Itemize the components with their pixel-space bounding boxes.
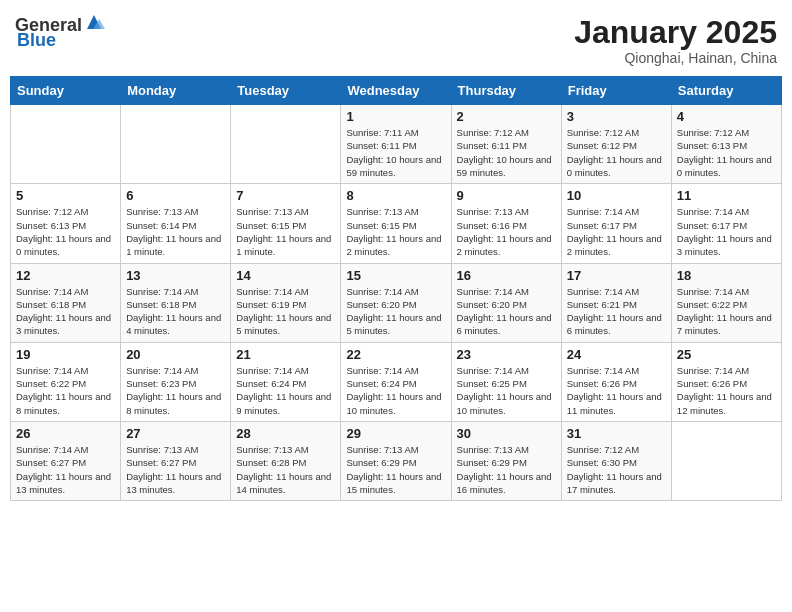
calendar-cell: 16Sunrise: 7:14 AM Sunset: 6:20 PM Dayli… <box>451 263 561 342</box>
calendar-cell: 31Sunrise: 7:12 AM Sunset: 6:30 PM Dayli… <box>561 421 671 500</box>
weekday-header: Thursday <box>451 77 561 105</box>
calendar-cell: 15Sunrise: 7:14 AM Sunset: 6:20 PM Dayli… <box>341 263 451 342</box>
location-subtitle: Qionghai, Hainan, China <box>574 50 777 66</box>
day-info: Sunrise: 7:14 AM Sunset: 6:24 PM Dayligh… <box>346 364 445 417</box>
day-info: Sunrise: 7:12 AM Sunset: 6:11 PM Dayligh… <box>457 126 556 179</box>
calendar-cell: 5Sunrise: 7:12 AM Sunset: 6:13 PM Daylig… <box>11 184 121 263</box>
day-number: 29 <box>346 426 445 441</box>
weekday-header: Monday <box>121 77 231 105</box>
calendar-cell: 6Sunrise: 7:13 AM Sunset: 6:14 PM Daylig… <box>121 184 231 263</box>
page-header: General Blue January 2025 Qionghai, Hain… <box>10 10 782 66</box>
calendar-cell <box>231 105 341 184</box>
calendar-cell: 29Sunrise: 7:13 AM Sunset: 6:29 PM Dayli… <box>341 421 451 500</box>
calendar-cell: 19Sunrise: 7:14 AM Sunset: 6:22 PM Dayli… <box>11 342 121 421</box>
day-info: Sunrise: 7:14 AM Sunset: 6:19 PM Dayligh… <box>236 285 335 338</box>
day-number: 26 <box>16 426 115 441</box>
day-number: 10 <box>567 188 666 203</box>
day-number: 13 <box>126 268 225 283</box>
day-number: 16 <box>457 268 556 283</box>
calendar-cell: 12Sunrise: 7:14 AM Sunset: 6:18 PM Dayli… <box>11 263 121 342</box>
logo-icon <box>83 11 105 33</box>
logo: General Blue <box>15 15 105 51</box>
day-number: 19 <box>16 347 115 362</box>
calendar-cell: 17Sunrise: 7:14 AM Sunset: 6:21 PM Dayli… <box>561 263 671 342</box>
day-number: 12 <box>16 268 115 283</box>
calendar-cell: 26Sunrise: 7:14 AM Sunset: 6:27 PM Dayli… <box>11 421 121 500</box>
day-number: 27 <box>126 426 225 441</box>
day-number: 1 <box>346 109 445 124</box>
day-info: Sunrise: 7:11 AM Sunset: 6:11 PM Dayligh… <box>346 126 445 179</box>
calendar-week-row: 19Sunrise: 7:14 AM Sunset: 6:22 PM Dayli… <box>11 342 782 421</box>
calendar-cell <box>11 105 121 184</box>
day-info: Sunrise: 7:13 AM Sunset: 6:29 PM Dayligh… <box>346 443 445 496</box>
day-info: Sunrise: 7:14 AM Sunset: 6:22 PM Dayligh… <box>677 285 776 338</box>
day-number: 20 <box>126 347 225 362</box>
day-info: Sunrise: 7:12 AM Sunset: 6:12 PM Dayligh… <box>567 126 666 179</box>
day-info: Sunrise: 7:12 AM Sunset: 6:13 PM Dayligh… <box>677 126 776 179</box>
weekday-header: Friday <box>561 77 671 105</box>
day-number: 15 <box>346 268 445 283</box>
calendar-table: SundayMondayTuesdayWednesdayThursdayFrid… <box>10 76 782 501</box>
day-info: Sunrise: 7:14 AM Sunset: 6:24 PM Dayligh… <box>236 364 335 417</box>
weekday-header: Wednesday <box>341 77 451 105</box>
calendar-cell: 27Sunrise: 7:13 AM Sunset: 6:27 PM Dayli… <box>121 421 231 500</box>
calendar-cell: 30Sunrise: 7:13 AM Sunset: 6:29 PM Dayli… <box>451 421 561 500</box>
day-number: 21 <box>236 347 335 362</box>
calendar-cell: 3Sunrise: 7:12 AM Sunset: 6:12 PM Daylig… <box>561 105 671 184</box>
day-number: 9 <box>457 188 556 203</box>
day-info: Sunrise: 7:14 AM Sunset: 6:20 PM Dayligh… <box>457 285 556 338</box>
calendar-header-row: SundayMondayTuesdayWednesdayThursdayFrid… <box>11 77 782 105</box>
calendar-week-row: 12Sunrise: 7:14 AM Sunset: 6:18 PM Dayli… <box>11 263 782 342</box>
day-info: Sunrise: 7:12 AM Sunset: 6:13 PM Dayligh… <box>16 205 115 258</box>
day-number: 5 <box>16 188 115 203</box>
calendar-cell: 11Sunrise: 7:14 AM Sunset: 6:17 PM Dayli… <box>671 184 781 263</box>
calendar-cell: 9Sunrise: 7:13 AM Sunset: 6:16 PM Daylig… <box>451 184 561 263</box>
calendar-cell: 28Sunrise: 7:13 AM Sunset: 6:28 PM Dayli… <box>231 421 341 500</box>
day-info: Sunrise: 7:14 AM Sunset: 6:26 PM Dayligh… <box>677 364 776 417</box>
calendar-cell: 4Sunrise: 7:12 AM Sunset: 6:13 PM Daylig… <box>671 105 781 184</box>
day-number: 11 <box>677 188 776 203</box>
day-number: 4 <box>677 109 776 124</box>
title-block: January 2025 Qionghai, Hainan, China <box>574 15 777 66</box>
calendar-cell: 23Sunrise: 7:14 AM Sunset: 6:25 PM Dayli… <box>451 342 561 421</box>
day-info: Sunrise: 7:13 AM Sunset: 6:29 PM Dayligh… <box>457 443 556 496</box>
day-info: Sunrise: 7:13 AM Sunset: 6:16 PM Dayligh… <box>457 205 556 258</box>
day-number: 8 <box>346 188 445 203</box>
calendar-cell: 2Sunrise: 7:12 AM Sunset: 6:11 PM Daylig… <box>451 105 561 184</box>
day-number: 23 <box>457 347 556 362</box>
calendar-cell: 22Sunrise: 7:14 AM Sunset: 6:24 PM Dayli… <box>341 342 451 421</box>
day-info: Sunrise: 7:13 AM Sunset: 6:14 PM Dayligh… <box>126 205 225 258</box>
day-number: 22 <box>346 347 445 362</box>
day-info: Sunrise: 7:13 AM Sunset: 6:27 PM Dayligh… <box>126 443 225 496</box>
logo-blue: Blue <box>17 30 56 51</box>
calendar-week-row: 26Sunrise: 7:14 AM Sunset: 6:27 PM Dayli… <box>11 421 782 500</box>
calendar-cell: 25Sunrise: 7:14 AM Sunset: 6:26 PM Dayli… <box>671 342 781 421</box>
day-number: 31 <box>567 426 666 441</box>
day-info: Sunrise: 7:13 AM Sunset: 6:15 PM Dayligh… <box>236 205 335 258</box>
calendar-cell: 18Sunrise: 7:14 AM Sunset: 6:22 PM Dayli… <box>671 263 781 342</box>
calendar-cell: 21Sunrise: 7:14 AM Sunset: 6:24 PM Dayli… <box>231 342 341 421</box>
calendar-cell: 10Sunrise: 7:14 AM Sunset: 6:17 PM Dayli… <box>561 184 671 263</box>
calendar-cell: 24Sunrise: 7:14 AM Sunset: 6:26 PM Dayli… <box>561 342 671 421</box>
day-info: Sunrise: 7:14 AM Sunset: 6:25 PM Dayligh… <box>457 364 556 417</box>
day-info: Sunrise: 7:14 AM Sunset: 6:21 PM Dayligh… <box>567 285 666 338</box>
day-info: Sunrise: 7:14 AM Sunset: 6:18 PM Dayligh… <box>126 285 225 338</box>
day-info: Sunrise: 7:14 AM Sunset: 6:17 PM Dayligh… <box>567 205 666 258</box>
weekday-header: Saturday <box>671 77 781 105</box>
day-number: 25 <box>677 347 776 362</box>
calendar-cell: 14Sunrise: 7:14 AM Sunset: 6:19 PM Dayli… <box>231 263 341 342</box>
calendar-cell: 20Sunrise: 7:14 AM Sunset: 6:23 PM Dayli… <box>121 342 231 421</box>
day-number: 2 <box>457 109 556 124</box>
day-info: Sunrise: 7:14 AM Sunset: 6:17 PM Dayligh… <box>677 205 776 258</box>
calendar-cell <box>671 421 781 500</box>
day-number: 3 <box>567 109 666 124</box>
calendar-week-row: 5Sunrise: 7:12 AM Sunset: 6:13 PM Daylig… <box>11 184 782 263</box>
day-number: 24 <box>567 347 666 362</box>
day-info: Sunrise: 7:14 AM Sunset: 6:27 PM Dayligh… <box>16 443 115 496</box>
month-title: January 2025 <box>574 15 777 50</box>
day-info: Sunrise: 7:14 AM Sunset: 6:22 PM Dayligh… <box>16 364 115 417</box>
day-info: Sunrise: 7:14 AM Sunset: 6:23 PM Dayligh… <box>126 364 225 417</box>
day-info: Sunrise: 7:14 AM Sunset: 6:20 PM Dayligh… <box>346 285 445 338</box>
day-info: Sunrise: 7:13 AM Sunset: 6:28 PM Dayligh… <box>236 443 335 496</box>
calendar-cell <box>121 105 231 184</box>
